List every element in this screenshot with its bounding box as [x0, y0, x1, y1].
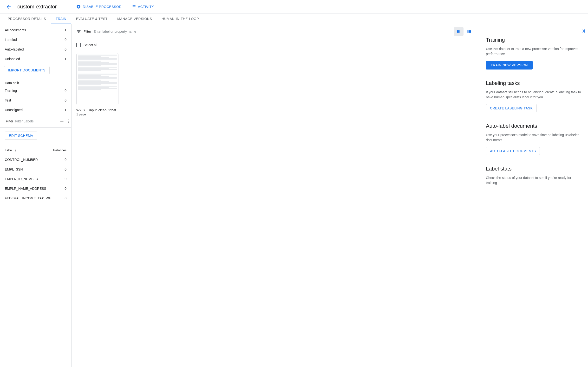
- count-label: Auto-labeled: [5, 47, 24, 51]
- back-arrow-icon[interactable]: [6, 4, 12, 10]
- disable-processor-label: DISABLE PROCESSOR: [83, 5, 121, 9]
- label-stats-title: Label stats: [486, 166, 581, 172]
- svg-rect-5: [584, 29, 585, 33]
- filter-icon: [76, 29, 81, 34]
- train-new-version-button[interactable]: TRAIN NEW VERSION: [486, 61, 533, 69]
- document-filter-bar: Filter: [71, 24, 479, 39]
- data-split-header: Data split: [0, 79, 71, 86]
- schema-row[interactable]: EMPL_SSN 0: [5, 165, 67, 174]
- schema-row[interactable]: CONTROL_NUMBER 0: [5, 155, 67, 165]
- count-row-autolabeled[interactable]: Auto-labeled 0: [0, 44, 71, 54]
- schema-label: CONTROL_NUMBER: [5, 158, 38, 162]
- schema-row[interactable]: EMPLR_NAME_ADDRESS 0: [5, 184, 67, 193]
- tab-human-in-the-loop[interactable]: HUMAN-IN-THE-LOOP: [157, 13, 204, 24]
- split-value: 0: [65, 89, 67, 92]
- data-split-section: Training 0 Test 0 Unassigned 1: [0, 86, 71, 115]
- header-bar: custom-extractor DISABLE PROCESSOR ACTIV…: [0, 0, 588, 13]
- schema-row[interactable]: FEDERAL_INCOME_TAX_WH 0: [5, 193, 67, 203]
- import-documents-button[interactable]: IMPORT DOCUMENTS: [4, 66, 50, 74]
- schema-label: FEDERAL_INCOME_TAX_WH: [5, 196, 51, 200]
- view-toggle-group: [454, 27, 474, 36]
- count-label: All documents: [5, 28, 26, 32]
- schema-label: EMPLR_ID_NUMBER: [5, 177, 38, 181]
- count-value: 1: [65, 28, 67, 32]
- collapse-panel-icon[interactable]: [581, 29, 586, 34]
- select-all-label: Select all: [84, 43, 97, 47]
- grid-view-toggle[interactable]: [454, 27, 464, 36]
- autolabel-section: Auto-label documents Use your processor'…: [486, 123, 581, 155]
- create-labeling-task-button[interactable]: CREATE LABELING TASK: [486, 104, 537, 112]
- document-filter-input[interactable]: [94, 30, 451, 33]
- import-wrap: IMPORT DOCUMENTS: [0, 64, 71, 79]
- svg-rect-1: [78, 6, 79, 8]
- center-panel: Filter Select all: [71, 24, 479, 367]
- auto-label-documents-button[interactable]: AUTO-LABEL DOCUMENTS: [486, 147, 540, 155]
- left-panel: All documents 1 Labeled 0 Auto-labeled 0…: [0, 24, 71, 367]
- filter-label-text: Filter: [84, 30, 91, 33]
- split-label: Test: [5, 98, 11, 102]
- training-section: Training Use this dataset to train a new…: [486, 37, 581, 69]
- training-desc: Use this dataset to train a new processo…: [486, 46, 581, 57]
- right-panel: Training Use this dataset to train a new…: [479, 24, 588, 367]
- select-all-checkbox[interactable]: [76, 43, 81, 47]
- label-stats-section: Label stats Check the status of your dat…: [486, 166, 581, 185]
- svg-point-3: [68, 121, 69, 121]
- main-layout: All documents 1 Labeled 0 Auto-labeled 0…: [0, 24, 588, 367]
- labeling-title: Labeling tasks: [486, 80, 581, 86]
- split-label: Unassigned: [5, 108, 23, 112]
- filter-label-text: Filter: [6, 119, 13, 123]
- autolabel-title: Auto-label documents: [486, 123, 581, 129]
- document-card[interactable]: W2_XL_input_clean_2950 1 page: [76, 53, 119, 116]
- add-label-button[interactable]: [59, 117, 65, 125]
- split-value: 0: [65, 98, 67, 102]
- schema-count: 0: [65, 196, 67, 200]
- count-row-labeled[interactable]: Labeled 0: [0, 35, 71, 44]
- split-row-unassigned[interactable]: Unassigned 1: [0, 105, 71, 115]
- sort-ascending-icon: ↑: [15, 148, 16, 152]
- label-filter-bar: Filter: [0, 115, 71, 128]
- count-label: Labeled: [5, 38, 17, 42]
- schema-count: 0: [65, 177, 67, 181]
- tab-manage-versions[interactable]: MANAGE VERSIONS: [112, 13, 157, 24]
- disable-processor-button[interactable]: DISABLE PROCESSOR: [74, 2, 123, 11]
- schema-row[interactable]: EMPLR_ID_NUMBER 0: [5, 174, 67, 184]
- count-value: 1: [65, 57, 67, 61]
- label-stats-desc: Check the status of your dataset to see …: [486, 175, 581, 185]
- tab-train[interactable]: TRAIN: [51, 13, 71, 24]
- schema-label: EMPL_SSN: [5, 167, 23, 171]
- schema-count: 0: [65, 158, 67, 162]
- list-view-toggle[interactable]: [465, 27, 474, 36]
- count-row-all[interactable]: All documents 1: [0, 25, 71, 35]
- documents-area: Select all W2_XL_input_clean_2950: [71, 39, 479, 120]
- schema-header-label[interactable]: Label ↑: [5, 148, 16, 152]
- count-label: Unlabeled: [5, 57, 20, 61]
- document-thumbnail[interactable]: [76, 53, 119, 105]
- schema-header-instances[interactable]: Instances: [53, 148, 67, 152]
- document-page-count: 1 page: [76, 113, 119, 116]
- schema-count: 0: [65, 187, 67, 191]
- split-row-training[interactable]: Training 0: [0, 86, 71, 95]
- autolabel-desc: Use your processor's model to save time …: [486, 133, 581, 143]
- document-name: W2_XL_input_clean_2950: [76, 108, 119, 112]
- schema-area: EDIT SCHEMA Label ↑ Instances CONTROL_NU…: [0, 128, 71, 367]
- svg-point-2: [68, 119, 69, 120]
- edit-schema-button[interactable]: EDIT SCHEMA: [5, 132, 37, 140]
- count-value: 0: [65, 38, 67, 42]
- split-row-test[interactable]: Test 0: [0, 95, 71, 105]
- svg-point-4: [68, 122, 69, 123]
- schema-table-header: Label ↑ Instances: [5, 145, 67, 155]
- labeling-desc: If your dataset still needs to be labele…: [486, 90, 581, 100]
- split-label: Training: [5, 89, 17, 92]
- processor-name: custom-extractor: [17, 4, 57, 10]
- count-value: 0: [65, 47, 67, 51]
- tab-evaluate-test[interactable]: EVALUATE & TEST: [71, 13, 112, 24]
- schema-count: 0: [65, 167, 67, 171]
- label-filter-input[interactable]: [15, 119, 57, 123]
- activity-button[interactable]: ACTIVITY: [129, 2, 156, 11]
- tab-processor-details[interactable]: PROCESSOR DETAILS: [3, 13, 51, 24]
- count-row-unlabeled[interactable]: Unlabeled 1: [0, 54, 71, 64]
- activity-label: ACTIVITY: [138, 5, 154, 9]
- labeling-section: Labeling tasks If your dataset still nee…: [486, 80, 581, 112]
- select-all-row: Select all: [76, 43, 474, 47]
- more-options-button[interactable]: [67, 117, 71, 125]
